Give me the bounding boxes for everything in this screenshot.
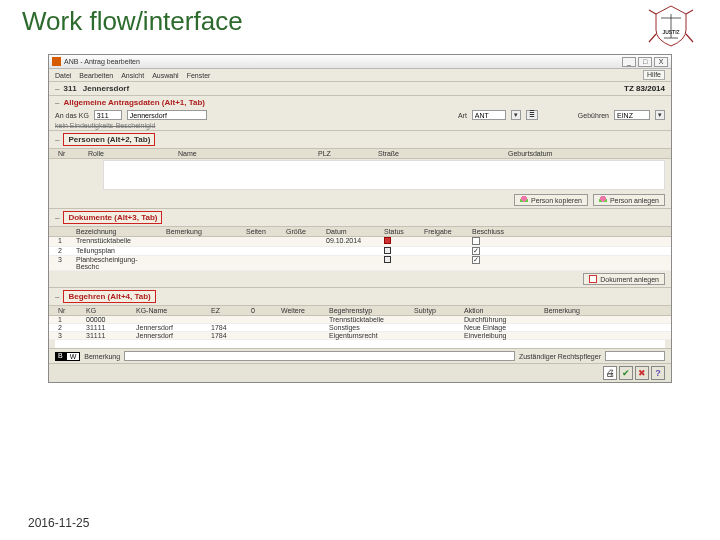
dokument-anlegen-button[interactable]: Dokument anlegen xyxy=(583,273,665,285)
input-kg-code[interactable] xyxy=(94,110,122,120)
col-name: Name xyxy=(175,150,315,157)
help-button[interactable]: ? xyxy=(651,366,665,380)
window-title: ANB - Antrag bearbeiten xyxy=(64,58,622,65)
section-antrag-title: Allgemeine Antragsdaten (Alt+1, Tab) xyxy=(63,98,205,107)
input-kg-name[interactable] xyxy=(127,110,207,120)
dropdown-art-icon[interactable]: ▾ xyxy=(511,110,521,120)
dokumente-table-head: Bezeichnung Bemerkung Seiten Größe Datum… xyxy=(49,226,671,237)
zustaendiger-label: Zuständiger Rechtspfleger xyxy=(519,353,601,360)
svg-text:JUSTIZ: JUSTIZ xyxy=(662,29,679,35)
person-kopieren-button[interactable]: Person kopieren xyxy=(514,194,588,206)
app-window: ANB - Antrag bearbeiten _ □ X Datei Bear… xyxy=(48,54,672,383)
section-personen-header[interactable]: – Personen (Alt+2, Tab) xyxy=(49,130,671,148)
menu-fenster[interactable]: Fenster xyxy=(187,72,211,79)
app-icon xyxy=(52,57,61,66)
col-strasse: Straße xyxy=(375,150,505,157)
action-toolbar: 🖨 ✔ ✖ ? xyxy=(49,363,671,382)
window-titlebar: ANB - Antrag bearbeiten _ □ X xyxy=(49,55,671,69)
begehren-row[interactable]: 331111Jennersdorf1784EigentumsrechtEinve… xyxy=(49,332,671,340)
header-ort: Jennersdorf xyxy=(83,84,129,93)
col-nr: Nr xyxy=(55,150,85,157)
menu-auswahl[interactable]: Auswahl xyxy=(152,72,178,79)
dropdown-gebuehren-icon[interactable]: ▾ xyxy=(655,110,665,120)
menubar: Datei Bearbeiten Ansicht Auswahl Fenster… xyxy=(49,69,671,82)
header-code: 311 xyxy=(63,84,76,93)
section-dokumente-title: Dokumente (Alt+3, Tab) xyxy=(63,211,162,224)
print-button[interactable]: 🖨 xyxy=(603,366,617,380)
tz-label: TZ xyxy=(624,84,634,93)
section-begehren-header[interactable]: – Begehren (Alt+4, Tab) xyxy=(49,287,671,305)
bw-toggle[interactable]: BW xyxy=(55,352,80,361)
close-button[interactable]: X xyxy=(654,57,668,67)
personen-table-head: Nr Rolle Name PLZ Straße Geburtsdatum xyxy=(49,148,671,159)
menu-help[interactable]: Hilfe xyxy=(643,70,665,80)
justiz-logo: JUSTIZ xyxy=(646,4,696,48)
menu-bearbeiten[interactable]: Bearbeiten xyxy=(79,72,113,79)
slide-title: Work flow/interface xyxy=(22,6,243,37)
label-an-kg: An das KG xyxy=(55,112,89,119)
begehren-table-head: Nr KG KG-Name EZ 0 Weitere Begehrenstyp … xyxy=(49,305,671,316)
col-geburt: Geburtsdatum xyxy=(505,150,665,157)
header-bar: – 311 Jennersdorf TZ 83/2014 xyxy=(49,82,671,96)
begehren-row[interactable]: 100000TrennstücktabelleDurchführung xyxy=(49,316,671,324)
bemerkung-input[interactable] xyxy=(124,351,515,361)
zustaendiger-input[interactable] xyxy=(605,351,665,361)
dokument-row[interactable]: 1Trennstücktabelle09.10.2014 xyxy=(49,237,671,247)
label-art: Art xyxy=(458,112,467,119)
col-rolle: Rolle xyxy=(85,150,175,157)
list-art-icon[interactable]: ≣ xyxy=(526,110,538,120)
maximize-button[interactable]: □ xyxy=(638,57,652,67)
personen-empty-grid[interactable] xyxy=(103,160,665,190)
menu-datei[interactable]: Datei xyxy=(55,72,71,79)
menu-ansicht[interactable]: Ansicht xyxy=(121,72,144,79)
antrag-strike-text: kein Eindeutigkeits-Bescheinigid xyxy=(55,122,155,129)
bottom-bar: BW Bemerkung Zuständiger Rechtspfleger xyxy=(49,348,671,363)
section-personen-title: Personen (Alt+2, Tab) xyxy=(63,133,155,146)
col-plz: PLZ xyxy=(315,150,375,157)
section-begehren-title: Begehren (Alt+4, Tab) xyxy=(63,290,155,303)
ok-button[interactable]: ✔ xyxy=(619,366,633,380)
document-add-icon xyxy=(589,275,597,283)
minimize-button[interactable]: _ xyxy=(622,57,636,67)
user-copy-icon xyxy=(520,196,528,204)
cancel-button[interactable]: ✖ xyxy=(635,366,649,380)
label-gebuehren: Gebühren xyxy=(578,112,609,119)
begehren-row[interactable]: 231111Jennersdorf1784SonstigesNeue Einla… xyxy=(49,324,671,332)
section-antrag-header[interactable]: – Allgemeine Antragsdaten (Alt+1, Tab) xyxy=(49,96,671,109)
user-add-icon xyxy=(599,196,607,204)
input-art[interactable] xyxy=(472,110,506,120)
section-dokumente-header[interactable]: – Dokumente (Alt+3, Tab) xyxy=(49,208,671,226)
tz-value: 83/2014 xyxy=(636,84,665,93)
input-gebuehren[interactable] xyxy=(614,110,650,120)
bemerkung-label: Bemerkung xyxy=(84,353,120,360)
footer-date: 2016-11-25 xyxy=(28,516,89,530)
dokument-row[interactable]: 2Teilungsplan✓ xyxy=(49,247,671,256)
dokument-row[interactable]: 3Planbescheinigung-Beschc✓ xyxy=(49,256,671,271)
person-anlegen-button[interactable]: Person anlegen xyxy=(593,194,665,206)
